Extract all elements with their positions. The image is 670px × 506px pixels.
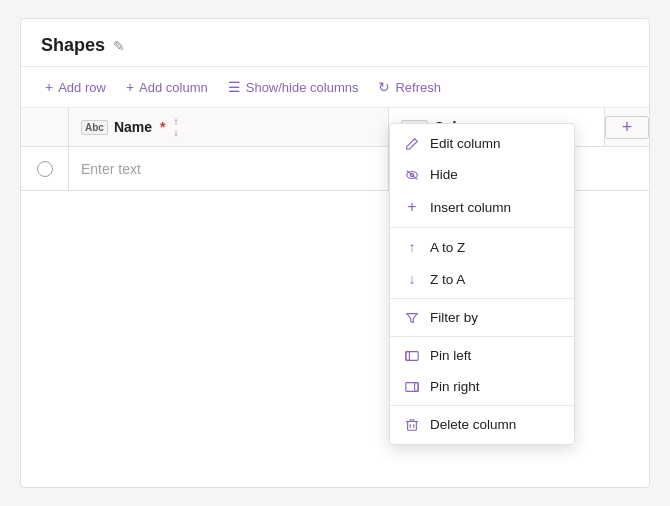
header-checkbox-cell: [21, 108, 69, 146]
menu-item-pin-right-label: Pin right: [430, 379, 480, 394]
menu-item-insert-column-label: Insert column: [430, 200, 511, 215]
menu-item-pin-left-label: Pin left: [430, 348, 471, 363]
column-dropdown-menu: Edit column Hide + Insert column ↑ A to …: [389, 123, 575, 445]
menu-item-delete-column[interactable]: Delete column: [390, 409, 574, 440]
svg-rect-3: [406, 351, 418, 360]
menu-separator-4: [390, 405, 574, 406]
main-container: Shapes ✎ + Add row + Add column ☰ Show/h…: [20, 18, 650, 488]
show-hide-label: Show/hide columns: [246, 80, 359, 95]
toolbar: + Add row + Add column ☰ Show/hide colum…: [21, 67, 649, 108]
add-column-button[interactable]: + Add column: [118, 75, 216, 99]
hide-icon: [404, 168, 420, 182]
row-checkbox-cell[interactable]: [21, 147, 69, 190]
refresh-label: Refresh: [395, 80, 441, 95]
menu-separator-3: [390, 336, 574, 337]
edit-icon[interactable]: ✎: [113, 38, 125, 54]
name-col-label: Name: [114, 119, 152, 135]
add-column-header-cell[interactable]: +: [605, 108, 649, 146]
menu-item-filter-by[interactable]: Filter by: [390, 302, 574, 333]
page-title: Shapes: [41, 35, 105, 56]
show-hide-icon: ☰: [228, 79, 241, 95]
a-to-z-icon: ↑: [404, 239, 420, 255]
menu-item-filter-by-label: Filter by: [430, 310, 478, 325]
add-row-label: Add row: [58, 80, 106, 95]
refresh-icon: ↻: [378, 79, 390, 95]
svg-rect-6: [415, 382, 419, 391]
show-hide-columns-button[interactable]: ☰ Show/hide columns: [220, 75, 367, 99]
z-to-a-icon: ↓: [404, 271, 420, 287]
svg-rect-7: [408, 421, 417, 430]
refresh-button[interactable]: ↻ Refresh: [370, 75, 449, 99]
sort-down-icon: ↓: [174, 127, 179, 138]
menu-item-pin-left[interactable]: Pin left: [390, 340, 574, 371]
add-column-header-button[interactable]: +: [605, 116, 649, 139]
filter-by-icon: [404, 311, 420, 325]
add-row-button[interactable]: + Add row: [37, 75, 114, 99]
menu-item-hide-label: Hide: [430, 167, 458, 182]
add-column-label: Add column: [139, 80, 208, 95]
menu-item-hide[interactable]: Hide: [390, 159, 574, 190]
name-input-placeholder: Enter text: [81, 161, 141, 177]
menu-item-z-to-a-label: Z to A: [430, 272, 465, 287]
sort-icons: ↑ ↓: [174, 116, 179, 138]
add-column-icon: +: [126, 79, 134, 95]
pin-left-icon: [404, 349, 420, 363]
header: Shapes ✎: [21, 19, 649, 67]
edit-column-icon: [404, 137, 420, 151]
menu-item-edit-column[interactable]: Edit column: [390, 128, 574, 159]
insert-column-icon: +: [404, 198, 420, 216]
name-cell[interactable]: Enter text: [69, 147, 389, 190]
menu-item-insert-column[interactable]: + Insert column: [390, 190, 574, 224]
required-star: *: [160, 119, 165, 135]
menu-separator-2: [390, 298, 574, 299]
menu-item-pin-right[interactable]: Pin right: [390, 371, 574, 402]
menu-item-a-to-z-label: A to Z: [430, 240, 465, 255]
row-radio-button[interactable]: [37, 161, 53, 177]
svg-rect-4: [406, 351, 410, 360]
name-abc-badge: Abc: [81, 120, 108, 135]
pin-right-icon: [404, 380, 420, 394]
svg-rect-5: [406, 382, 418, 391]
menu-item-delete-column-label: Delete column: [430, 417, 516, 432]
name-column-header[interactable]: Abc Name * ↑ ↓: [69, 108, 389, 146]
add-row-icon: +: [45, 79, 53, 95]
menu-item-a-to-z[interactable]: ↑ A to Z: [390, 231, 574, 263]
menu-item-z-to-a[interactable]: ↓ Z to A: [390, 263, 574, 295]
delete-column-icon: [404, 418, 420, 432]
sort-up-icon: ↑: [174, 116, 179, 127]
menu-separator-1: [390, 227, 574, 228]
menu-item-edit-column-label: Edit column: [430, 136, 501, 151]
